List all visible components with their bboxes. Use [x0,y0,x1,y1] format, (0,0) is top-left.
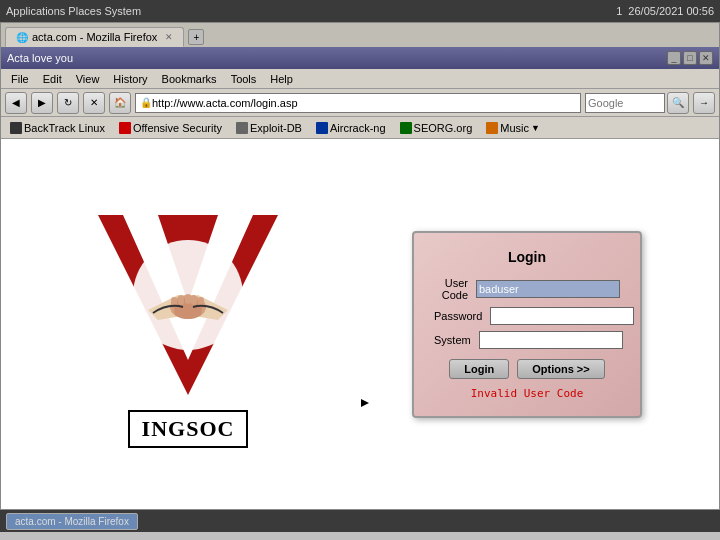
bookmark-label-seorg: SEORG.org [414,122,473,134]
taskbar-right: 1 26/05/2021 00:56 [616,5,714,17]
titlebar-left: Acta love you [7,52,73,64]
login-buttons: Login Options >> [434,359,620,379]
browser-title: Acta love you [7,52,73,64]
login-panel: Login User Code Password System Login Op… [412,231,642,418]
bookmark-label-offensive: Offensive Security [133,122,222,134]
ingsoc-text: INGSOC [142,416,235,441]
svg-rect-9 [191,295,197,305]
bookmark-offensive[interactable]: Offensive Security [114,120,227,136]
bookmark-icon-seorg [400,122,412,134]
datetime: 26/05/2021 00:56 [628,5,714,17]
new-tab-button[interactable]: + [188,29,204,45]
tab-bar: 🌐 acta.com - Mozilla Firefox ✕ + [1,23,719,47]
system-label: System [434,334,471,346]
user-code-input[interactable] [476,280,620,298]
home-button[interactable]: 🏠 [109,92,131,114]
login-form: User Code Password System [434,277,620,349]
svg-rect-7 [185,294,191,304]
tab-close-icon[interactable]: ✕ [165,32,173,42]
ingsoc-text-box: INGSOC [128,410,249,448]
taskbar-apps[interactable]: Applications Places System [6,5,141,17]
bookmarks-bar: BackTrack Linux Offensive Security Explo… [1,117,719,139]
firefox-titlebar: Acta love you _ □ ✕ [1,47,719,69]
login-title: Login [434,249,620,265]
back-button[interactable]: ◀ [5,92,27,114]
active-tab[interactable]: 🌐 acta.com - Mozilla Firefox ✕ [5,27,184,47]
page-content: INGSOC Login User Code Password System [1,139,719,509]
bookmark-icon-aircrack [316,122,328,134]
bookmark-exploitdb[interactable]: Exploit-DB [231,120,307,136]
address-bar[interactable]: 🔒 http://www.acta.com/login.asp [135,93,581,113]
menu-view[interactable]: View [70,71,106,87]
reload-button[interactable]: ↻ [57,92,79,114]
taskbar-apps-label: Applications Places System [6,5,141,17]
taskbar-firefox-button[interactable]: acta.com - Mozilla Firefox [6,513,138,530]
bookmark-icon-music [486,122,498,134]
bookmark-label-backtrack: BackTrack Linux [24,122,105,134]
titlebar-controls[interactable]: _ □ ✕ [667,51,713,65]
bookmark-music-arrow: ▼ [531,123,540,133]
os-taskbar-top: Applications Places System 1 26/05/2021 … [0,0,720,22]
nav-bar: ◀ ▶ ↻ ✕ 🏠 🔒 http://www.acta.com/login.as… [1,89,719,117]
bookmark-label-music: Music [500,122,529,134]
ingsoc-logo: INGSOC [78,200,298,448]
menu-edit[interactable]: Edit [37,71,68,87]
forward-button[interactable]: ▶ [31,92,53,114]
bookmark-backtrack[interactable]: BackTrack Linux [5,120,110,136]
menu-help[interactable]: Help [264,71,299,87]
address-favicon: 🔒 [140,97,152,108]
bookmark-icon-backtrack [10,122,22,134]
search-button[interactable]: 🔍 [667,92,689,114]
address-text: http://www.acta.com/login.asp [152,97,298,109]
window-indicator: 1 [616,5,622,17]
password-input[interactable] [490,307,634,325]
bookmark-music[interactable]: Music ▼ [481,120,545,136]
menu-file[interactable]: File [5,71,35,87]
minimize-button[interactable]: _ [667,51,681,65]
os-taskbar-bottom: acta.com - Mozilla Firefox [0,510,720,532]
bookmark-label-exploitdb: Exploit-DB [250,122,302,134]
error-message: Invalid User Code [434,387,620,400]
bookmark-icon-exploitdb [236,122,248,134]
maximize-button[interactable]: □ [683,51,697,65]
system-input[interactable] [479,331,623,349]
bookmark-icon-offensive [119,122,131,134]
go-button[interactable]: → [693,92,715,114]
password-label: Password [434,310,482,322]
bookmark-label-aircrack: Aircrack-ng [330,122,386,134]
ingsoc-svg [88,200,288,420]
bookmark-seorg[interactable]: SEORG.org [395,120,478,136]
mouse-cursor [361,399,365,403]
search-input[interactable] [585,93,665,113]
tab-favicon: 🌐 [16,32,28,43]
tab-label: acta.com - Mozilla Firefox [32,31,157,43]
firefox-window: 🌐 acta.com - Mozilla Firefox ✕ + Acta lo… [0,22,720,510]
password-row: Password [434,307,620,325]
user-code-label: User Code [434,277,468,301]
user-code-row: User Code [434,277,620,301]
system-row: System [434,331,620,349]
options-button[interactable]: Options >> [517,359,604,379]
login-button[interactable]: Login [449,359,509,379]
stop-button[interactable]: ✕ [83,92,105,114]
search-area[interactable]: 🔍 [585,92,689,114]
close-button[interactable]: ✕ [699,51,713,65]
menu-bar: File Edit View History Bookmarks Tools H… [1,69,719,89]
bookmark-aircrack[interactable]: Aircrack-ng [311,120,391,136]
menu-bookmarks[interactable]: Bookmarks [156,71,223,87]
menu-tools[interactable]: Tools [225,71,263,87]
menu-history[interactable]: History [107,71,153,87]
svg-rect-6 [178,295,184,305]
